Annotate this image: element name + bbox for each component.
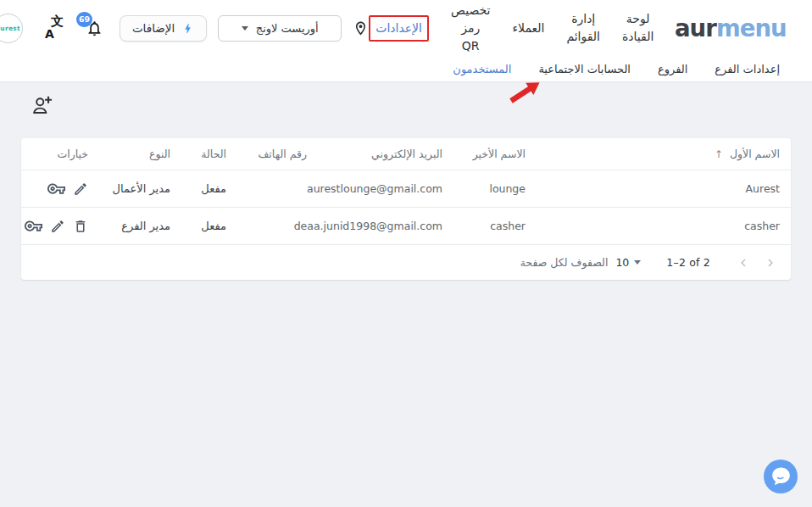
chevron-down-icon bbox=[634, 260, 641, 265]
subnav-item-users[interactable]: المستخدمون bbox=[453, 63, 511, 75]
next-page-button[interactable] bbox=[761, 254, 780, 272]
table-pagination: الصفوف لكل صفحة 10 1–2 of 2 bbox=[21, 245, 791, 280]
translate-latin-glyph: A bbox=[45, 27, 54, 41]
table-header-row: الاسم الأول ↑ الاسم الأخير البريد الإلكت… bbox=[21, 138, 791, 170]
cell-first-name: Aurest bbox=[537, 182, 791, 195]
column-header-last-name[interactable]: الاسم الأخير bbox=[453, 148, 537, 160]
column-header-type[interactable]: النوع bbox=[140, 148, 181, 160]
column-header-options: خيارات bbox=[21, 148, 140, 160]
notifications-button[interactable]: 69 bbox=[86, 20, 103, 37]
add-user-button[interactable] bbox=[31, 94, 53, 117]
cell-last-name: casher bbox=[453, 220, 537, 232]
column-header-status[interactable]: الحالة bbox=[181, 148, 237, 160]
subnav-item-branches[interactable]: الفروع bbox=[658, 63, 687, 75]
cell-email: deaa.junid1998@gmail.com bbox=[318, 220, 453, 232]
chat-widget-button[interactable] bbox=[764, 460, 798, 493]
rows-per-page-select[interactable]: 10 bbox=[615, 256, 641, 269]
topbar: aurmenu لوحة القيادة إدارة القوائم العمل… bbox=[0, 0, 812, 56]
avatar[interactable]: aurest bbox=[0, 14, 23, 43]
lightning-bolt-icon bbox=[181, 21, 194, 36]
chevron-down-icon bbox=[242, 26, 248, 31]
cell-last-name: lounge bbox=[453, 182, 537, 195]
avatar-label: aurest bbox=[0, 25, 20, 32]
settings-subnav: إعدادات الفرع الفروع الحسابات الاجتماعية… bbox=[0, 56, 812, 82]
edit-pencil-icon[interactable] bbox=[50, 219, 65, 234]
change-password-key-icon[interactable] bbox=[25, 217, 42, 235]
column-header-first-name[interactable]: الاسم الأول ↑ bbox=[537, 148, 791, 160]
addons-button-label: الإضافات bbox=[132, 21, 175, 35]
cell-status: مفعل bbox=[181, 182, 237, 195]
cell-options bbox=[21, 217, 140, 235]
rows-per-page-value: 10 bbox=[615, 256, 629, 269]
subnav-item-social-accounts[interactable]: الحسابات الاجتماعية bbox=[538, 63, 631, 75]
location-pin-icon bbox=[353, 20, 369, 36]
sort-ascending-icon: ↑ bbox=[715, 148, 723, 160]
edit-pencil-icon[interactable] bbox=[73, 181, 88, 197]
subnav-item-branch-settings[interactable]: إعدادات الفرع bbox=[715, 63, 780, 75]
cell-status: مفعل bbox=[181, 220, 237, 232]
nav-item-settings[interactable]: الإعدادات bbox=[369, 15, 429, 42]
branch-selector-value: أوريست لاونج bbox=[256, 22, 319, 35]
notification-count-badge: 69 bbox=[76, 12, 92, 27]
branch-selector[interactable]: أوريست لاونج bbox=[218, 15, 342, 42]
cell-email: aurestlounge@gmail.com bbox=[318, 182, 453, 195]
logo-part-blue: menu bbox=[716, 14, 787, 42]
column-header-email[interactable]: البريد الإلكتروني bbox=[318, 148, 453, 160]
topbar-tools: أوريست لاونج الإضافات 69 文 A aurest bbox=[0, 14, 369, 43]
previous-page-button[interactable] bbox=[734, 254, 753, 272]
nav-item-dashboard[interactable]: لوحة القيادة bbox=[622, 10, 653, 46]
translate-language-icon[interactable]: 文 A bbox=[44, 17, 66, 39]
first-name-header-label: الاسم الأول bbox=[730, 148, 780, 160]
table-row: Aurest lounge aurestlounge@gmail.com مفع… bbox=[21, 170, 791, 208]
column-header-phone[interactable]: رقم الهاتف bbox=[237, 148, 318, 160]
chat-bubble-icon bbox=[764, 460, 798, 493]
rows-per-page-label: الصفوف لكل صفحة bbox=[520, 256, 609, 269]
aurmenu-logo[interactable]: aurmenu bbox=[675, 14, 787, 42]
nav-item-qr-code[interactable]: تخصيص رمز QR bbox=[451, 2, 490, 55]
nav-item-menus[interactable]: إدارة القوائم bbox=[566, 10, 600, 46]
users-table-card: الاسم الأول ↑ الاسم الأخير البريد الإلكت… bbox=[21, 138, 791, 280]
nav-item-customers[interactable]: العملاء bbox=[512, 20, 544, 37]
cell-options bbox=[21, 180, 140, 198]
main-nav: لوحة القيادة إدارة القوائم العملاء تخصيص… bbox=[369, 2, 653, 55]
addons-button[interactable]: الإضافات bbox=[120, 15, 207, 42]
delete-trash-icon[interactable] bbox=[73, 219, 88, 234]
users-page: الاسم الأول ↑ الاسم الأخير البريد الإلكت… bbox=[0, 82, 812, 280]
cell-first-name: casher bbox=[537, 220, 791, 232]
table-row: casher casher deaa.junid1998@gmail.com م… bbox=[21, 208, 791, 245]
change-password-key-icon[interactable] bbox=[47, 180, 65, 198]
pagination-range: 1–2 of 2 bbox=[666, 256, 710, 269]
logo-part-dark: aur bbox=[675, 14, 716, 42]
cell-type: مدير الفرع bbox=[140, 220, 181, 232]
cell-type: مدير الأعمال bbox=[140, 182, 181, 195]
